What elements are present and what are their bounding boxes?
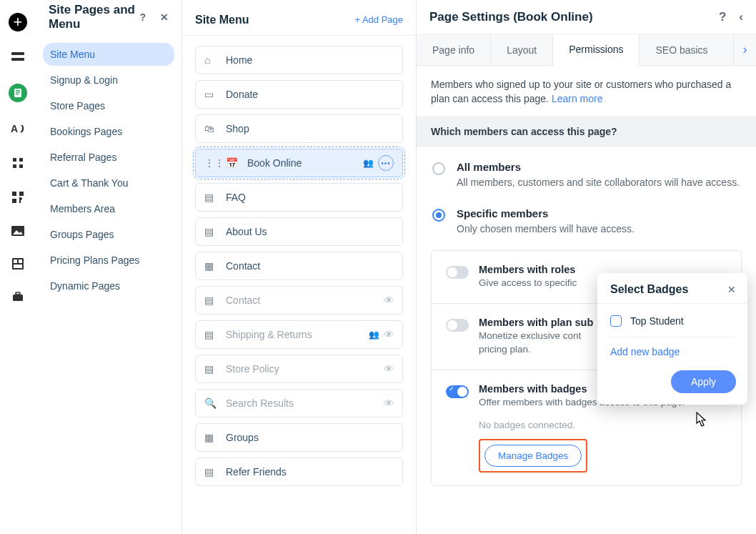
card-subtitle: Give access to specific xyxy=(479,277,577,290)
help-icon[interactable]: ? xyxy=(139,11,146,23)
more-button[interactable]: ••• xyxy=(378,155,394,171)
sidebar-item-cart[interactable]: Cart & Thank You xyxy=(43,172,174,194)
help-icon[interactable]: ? xyxy=(719,10,726,24)
page-item-shop[interactable]: 🛍Shop xyxy=(195,114,403,143)
apply-button[interactable]: Apply xyxy=(671,370,736,393)
page-item-groups[interactable]: ▦Groups xyxy=(195,423,403,452)
checkbox[interactable] xyxy=(610,315,622,327)
page-item-search[interactable]: 🔍Search Results👁 xyxy=(195,389,403,417)
radio-input[interactable] xyxy=(432,162,445,175)
radio-all-members[interactable]: All members All members, customers and s… xyxy=(431,147,742,194)
back-icon[interactable]: ‹ xyxy=(739,10,743,24)
sidebar-item-bookings[interactable]: Bookings Pages xyxy=(43,120,174,143)
card-title: Members with plan sub xyxy=(479,317,593,328)
svg-rect-11 xyxy=(12,192,16,196)
sidebar-item-members[interactable]: Members Area xyxy=(43,197,174,220)
sections-icon[interactable] xyxy=(11,51,25,64)
svg-rect-16 xyxy=(14,259,17,263)
hidden-icon: 👁 xyxy=(384,295,394,306)
option-subtitle: Only chosen members will have access. xyxy=(457,222,635,236)
sidebar-item-signup[interactable]: Signup & Login xyxy=(43,69,174,92)
panel1-title: Site Pages and Menu xyxy=(49,3,139,31)
badge-label: Top Student xyxy=(630,315,684,327)
drag-icon[interactable]: ⋮⋮ xyxy=(204,157,216,169)
card-title: Members with roles xyxy=(479,264,577,275)
badge-option[interactable]: Top Student xyxy=(610,312,735,337)
sidebar-item-label: Groups Pages xyxy=(50,229,114,240)
sidebar-item-referral[interactable]: Referral Pages xyxy=(43,146,174,169)
sidebar-item-label: Store Pages xyxy=(50,100,105,112)
media-icon[interactable] xyxy=(11,226,24,238)
page-item-donate[interactable]: ▭Donate xyxy=(195,80,403,109)
chevron-right-icon: › xyxy=(743,42,747,57)
tab-label: Layout xyxy=(507,44,537,56)
sidebar-item-site-menu[interactable]: Site Menu xyxy=(43,43,174,66)
bag-icon: 🛍 xyxy=(204,123,216,134)
sidebar-item-label: Pricing Plans Pages xyxy=(50,254,139,266)
theme-icon[interactable]: A xyxy=(11,122,25,137)
toggle-roles[interactable] xyxy=(446,266,469,279)
popover-footer: Apply xyxy=(597,360,747,405)
add-icon[interactable]: + xyxy=(9,13,27,31)
add-page-button[interactable]: + Add Page xyxy=(354,14,403,25)
page-item-faq[interactable]: ▤FAQ xyxy=(195,183,403,212)
page-item-store-policy[interactable]: ▤Store Policy👁 xyxy=(195,355,403,383)
toggle-badges[interactable] xyxy=(446,385,469,398)
tab-label: SEO basics xyxy=(655,44,707,56)
radio-specific-members[interactable]: Specific members Only chosen members wil… xyxy=(431,193,742,240)
sidebar-item-store[interactable]: Store Pages xyxy=(43,94,174,117)
learn-more-link[interactable]: Learn more xyxy=(552,93,603,104)
sidebar-item-dynamic[interactable]: Dynamic Pages xyxy=(43,275,174,297)
tab-seo[interactable]: SEO basics xyxy=(640,34,723,65)
page-item-about[interactable]: ▤About Us xyxy=(195,217,403,246)
site-pages-panel: Site Pages and Menu ? ✕ Site Menu Signup… xyxy=(36,0,182,534)
sidebar-item-groups[interactable]: Groups Pages xyxy=(43,223,174,246)
page-icon: ▤ xyxy=(204,192,216,203)
data-icon[interactable] xyxy=(12,258,24,272)
page-item-label: Shipping & Returns xyxy=(226,329,312,340)
svg-rect-10 xyxy=(19,164,23,168)
hidden-icon: 👁 xyxy=(384,329,394,340)
page-item-home[interactable]: ⌂Home xyxy=(195,46,403,74)
apps-icon[interactable] xyxy=(12,157,24,171)
panel1-header: Site Pages and Menu ? ✕ xyxy=(36,0,181,34)
sidebar-item-label: Dynamic Pages xyxy=(50,280,120,292)
puzzle-icon[interactable] xyxy=(11,191,24,206)
radio-input[interactable] xyxy=(432,209,445,222)
grid-icon: ▦ xyxy=(204,260,216,272)
page-item-contact[interactable]: ▦Contact xyxy=(195,252,403,280)
page-item-label: Store Policy xyxy=(226,363,279,375)
cursor-icon xyxy=(695,412,707,431)
page-item-shipping[interactable]: ▤Shipping & Returns👥👁 xyxy=(195,320,403,349)
page-item-label: Groups xyxy=(226,432,259,443)
pages-icon[interactable] xyxy=(9,84,27,102)
close-icon[interactable]: ✕ xyxy=(727,284,736,295)
manage-badges-button[interactable]: Manage Badges xyxy=(484,445,582,467)
panel2-header: Site Menu + Add Page xyxy=(182,0,416,36)
badges-note: No badges connected. xyxy=(479,420,727,430)
toggle-plan[interactable] xyxy=(446,319,469,332)
svg-rect-20 xyxy=(16,292,20,295)
sidebar-item-label: Cart & Thank You xyxy=(50,177,128,189)
tab-page-info[interactable]: Page info xyxy=(417,34,491,65)
tab-permissions[interactable]: Permissions xyxy=(553,34,640,66)
page-list: ⌂Home ▭Donate 🛍Shop ⋮⋮ 📅 Book Online 👥 •… xyxy=(182,36,416,496)
add-badge-link[interactable]: Add new badge xyxy=(610,337,735,357)
page-icon: ▤ xyxy=(204,295,216,306)
page-icon: ▤ xyxy=(204,329,216,340)
page-item-refer[interactable]: ▤Refer Friends xyxy=(195,458,403,486)
tab-layout[interactable]: Layout xyxy=(491,34,553,65)
svg-rect-19 xyxy=(13,295,23,301)
close-icon[interactable]: ✕ xyxy=(160,11,169,23)
business-icon[interactable] xyxy=(12,292,24,304)
hidden-icon: 👁 xyxy=(384,397,394,409)
tabs-next-button[interactable]: › xyxy=(733,34,756,65)
svg-rect-18 xyxy=(14,264,22,268)
site-menu-panel: Site Menu + Add Page ⌂Home ▭Donate 🛍Shop… xyxy=(182,0,417,534)
page-item-label: Home xyxy=(226,54,252,66)
sidebar-item-pricing[interactable]: Pricing Plans Pages xyxy=(43,249,174,272)
settings-tabs: Page info Layout Permissions SEO basics … xyxy=(417,34,756,66)
page-item-contact-2[interactable]: ▤Contact👁 xyxy=(195,286,403,315)
page-item-book-online[interactable]: ⋮⋮ 📅 Book Online 👥 ••• xyxy=(195,149,403,177)
svg-rect-2 xyxy=(14,89,21,97)
